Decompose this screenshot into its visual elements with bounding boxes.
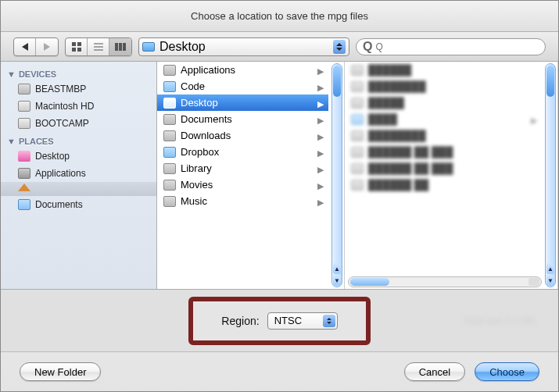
svg-rect-2 bbox=[72, 42, 76, 46]
hard-drive-icon bbox=[18, 118, 30, 129]
chevron-right-icon: ▶ bbox=[317, 181, 324, 191]
dropdown-arrows-icon bbox=[333, 40, 346, 54]
imac-icon bbox=[18, 84, 30, 94]
forward-button[interactable] bbox=[36, 38, 58, 55]
folder-item-music[interactable]: Music▶ bbox=[157, 193, 328, 209]
file-item[interactable]: ████████ bbox=[345, 78, 542, 94]
column-2: ██████ ████████ █████ ████▶ ████████ ███… bbox=[345, 62, 558, 289]
file-item[interactable]: ████▶ bbox=[345, 111, 542, 127]
svg-marker-1 bbox=[44, 43, 50, 51]
toolbar: Desktop Q bbox=[1, 32, 558, 62]
scroll-up-button[interactable]: ▲ bbox=[546, 263, 554, 274]
new-folder-button[interactable]: New Folder bbox=[20, 362, 101, 381]
file-item[interactable]: ██████ ██ bbox=[345, 176, 542, 193]
region-select[interactable]: NTSC bbox=[267, 312, 338, 330]
folder-icon bbox=[163, 81, 176, 92]
scroll-down-button[interactable]: ▼ bbox=[333, 275, 341, 286]
folder-icon bbox=[351, 81, 364, 92]
applications-icon bbox=[18, 168, 30, 179]
dropdown-arrows-icon bbox=[323, 315, 335, 327]
scrollbar-horizontal[interactable] bbox=[348, 276, 542, 287]
choose-button[interactable]: Choose bbox=[475, 362, 539, 381]
sidebar-item-beastmbp[interactable]: BEASTMBP bbox=[1, 80, 156, 98]
scroll-thumb[interactable] bbox=[546, 66, 554, 97]
folder-item-library[interactable]: Library▶ bbox=[157, 160, 328, 176]
home-icon bbox=[18, 184, 30, 191]
sidebar-item-applications[interactable]: Applications bbox=[1, 165, 156, 182]
folder-icon bbox=[163, 65, 176, 76]
search-field[interactable]: Q bbox=[356, 38, 546, 55]
disclosure-triangle-icon[interactable]: ▼ bbox=[7, 69, 16, 79]
desktop-icon bbox=[18, 151, 30, 162]
sidebar-item-bootcamp[interactable]: BOOTCAMP bbox=[1, 115, 156, 132]
scroll-up-button[interactable]: ▲ bbox=[333, 263, 341, 274]
sidebar-item-macintosh-hd[interactable]: Macintosh HD bbox=[1, 98, 156, 115]
back-button[interactable] bbox=[14, 38, 36, 55]
region-label: Region: bbox=[221, 315, 259, 327]
file-icon bbox=[351, 163, 364, 174]
file-item[interactable]: ████████ bbox=[345, 127, 542, 144]
view-column-button[interactable] bbox=[109, 38, 131, 55]
folder-item-movies[interactable]: Movies▶ bbox=[157, 176, 328, 193]
chevron-right-icon: ▶ bbox=[317, 132, 324, 142]
disclosure-triangle-icon[interactable]: ▼ bbox=[7, 137, 16, 146]
file-item[interactable]: ██████ ██ ███ bbox=[345, 144, 542, 160]
folder-item-desktop[interactable]: Desktop▶ bbox=[157, 94, 328, 111]
sidebar-item-desktop[interactable]: Desktop bbox=[1, 148, 156, 165]
view-list-button[interactable] bbox=[88, 38, 109, 55]
folder-icon bbox=[351, 98, 364, 109]
path-label: Desktop bbox=[159, 40, 206, 54]
chevron-right-icon: ▶ bbox=[317, 165, 324, 175]
svg-rect-10 bbox=[119, 43, 122, 51]
chevron-right-icon: ▶ bbox=[317, 83, 324, 93]
scrollbar-vertical[interactable]: ▲ ▼ bbox=[545, 63, 556, 287]
folder-item-dropbox[interactable]: Dropbox▶ bbox=[157, 144, 328, 160]
button-row: New Folder Cancel Choose bbox=[1, 352, 558, 391]
svg-rect-9 bbox=[115, 43, 118, 51]
svg-marker-0 bbox=[22, 43, 28, 51]
folder-icon bbox=[351, 65, 364, 76]
file-icon bbox=[351, 147, 364, 158]
hard-drive-icon bbox=[18, 101, 30, 112]
column-1: Applications▶ Code▶ Desktop▶ Documents▶ … bbox=[157, 62, 345, 289]
folder-item-applications[interactable]: Applications▶ bbox=[157, 62, 328, 78]
scrollbar-vertical[interactable]: ▲ ▼ bbox=[331, 63, 342, 287]
scroll-thumb[interactable] bbox=[350, 278, 389, 286]
cancel-button[interactable]: Cancel bbox=[404, 362, 465, 381]
sidebar-item-documents[interactable]: Documents bbox=[1, 196, 156, 213]
scroll-right-button[interactable] bbox=[529, 278, 539, 286]
scroll-down-button[interactable]: ▼ bbox=[546, 275, 554, 286]
folder-item-downloads[interactable]: Downloads▶ bbox=[157, 127, 328, 144]
search-input[interactable] bbox=[375, 41, 539, 52]
svg-rect-3 bbox=[77, 42, 81, 46]
region-highlight: Region: NTSC bbox=[188, 297, 370, 345]
file-item[interactable]: ██████ ██ ███ bbox=[345, 160, 542, 176]
sidebar-section-devices: ▼DEVICES bbox=[1, 65, 156, 80]
folder-icon bbox=[163, 98, 176, 109]
file-icon bbox=[351, 180, 364, 191]
folder-icon bbox=[163, 180, 176, 191]
chevron-right-icon: ▶ bbox=[317, 66, 324, 77]
folder-item-documents[interactable]: Documents▶ bbox=[157, 111, 328, 127]
nav-back-forward bbox=[13, 37, 59, 56]
sidebar-section-places: ▼PLACES bbox=[1, 132, 156, 148]
folder-item-code[interactable]: Code▶ bbox=[157, 78, 328, 94]
folder-icon bbox=[163, 163, 176, 174]
file-item[interactable]: ██████ bbox=[345, 62, 542, 78]
dialog-title: Choose a location to save the mpg files bbox=[1, 1, 558, 32]
folder-icon bbox=[163, 147, 176, 158]
view-icon-button[interactable] bbox=[66, 38, 88, 55]
folder-icon bbox=[142, 42, 155, 52]
scroll-thumb[interactable] bbox=[333, 66, 341, 97]
folder-icon bbox=[163, 114, 176, 125]
svg-rect-11 bbox=[123, 43, 126, 51]
sidebar-item-home[interactable] bbox=[1, 182, 156, 196]
chevron-right-icon: ▶ bbox=[317, 148, 324, 159]
file-browser: ▼DEVICES BEASTMBP Macintosh HD BOOTCAMP … bbox=[1, 62, 558, 290]
accessory-view: Total size 1.2 MB Region: NTSC bbox=[1, 290, 558, 352]
file-item[interactable]: █████ bbox=[345, 94, 542, 111]
column-view: Applications▶ Code▶ Desktop▶ Documents▶ … bbox=[157, 62, 558, 289]
folder-icon bbox=[163, 130, 176, 141]
path-popup[interactable]: Desktop bbox=[138, 37, 349, 56]
save-dialog: Choose a location to save the mpg files … bbox=[0, 0, 559, 392]
